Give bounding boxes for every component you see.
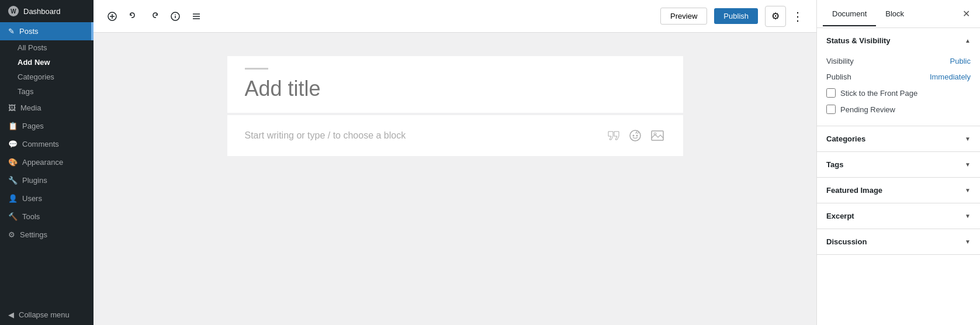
close-icon: ✕ (962, 8, 970, 19)
tab-document[interactable]: Document (823, 2, 876, 26)
svg-rect-14 (652, 131, 663, 140)
svg-point-10 (632, 135, 634, 137)
document-block-tabs: Document Block ✕ (817, 0, 980, 28)
pending-review-row: Pending Review (826, 101, 971, 117)
posts-icon: ✎ (8, 27, 15, 36)
reddit-icon (629, 129, 642, 142)
tags-section: Tags ▼ (817, 152, 980, 178)
collapse-icon: ◀ (8, 310, 14, 319)
excerpt-section: Excerpt ▼ (817, 203, 980, 229)
appearance-label: Appearance (22, 158, 63, 167)
chevron-down-icon-5: ▼ (965, 238, 971, 245)
publish-button[interactable]: Publish (714, 8, 758, 24)
sidebar-item-tools[interactable]: 🔨 Tools (0, 208, 94, 226)
sidebar-item-users[interactable]: 👤 Users (0, 189, 94, 208)
quote-icon-button[interactable] (605, 127, 621, 144)
comments-label: Comments (22, 140, 59, 148)
post-title-input[interactable] (245, 77, 666, 101)
users-label: Users (22, 194, 42, 203)
blocks-button[interactable] (187, 7, 206, 26)
sidebar: W Dashboard ✎ Posts All Posts Add New Ca… (0, 0, 94, 325)
media-label: Media (20, 103, 41, 112)
chevron-up-icon: ▲ (965, 37, 971, 44)
excerpt-header[interactable]: Excerpt ▼ (817, 203, 980, 229)
tools-icon: 🔨 (8, 212, 18, 221)
blocks-icon (192, 12, 201, 21)
sidebar-item-appearance[interactable]: 🎨 Appearance (0, 153, 94, 171)
sidebar-item-media[interactable]: 🖼 Media (0, 99, 94, 117)
appearance-icon: 🎨 (8, 158, 18, 167)
info-button[interactable] (166, 7, 185, 26)
sidebar-item-posts[interactable]: ✎ Posts (0, 22, 94, 40)
sidebar-sub-tags[interactable]: Tags (0, 84, 94, 99)
comments-icon: 💬 (8, 140, 18, 148)
tags-header[interactable]: Tags ▼ (817, 152, 980, 177)
sidebar-item-settings[interactable]: ⚙ Settings (0, 226, 94, 244)
reddit-icon-button[interactable] (627, 127, 643, 144)
publish-label: Publish (826, 72, 851, 81)
sidebar-sub-all-posts[interactable]: All Posts (0, 40, 94, 55)
quote-icon (607, 130, 619, 141)
pages-icon: 📋 (8, 122, 18, 130)
title-block (227, 56, 683, 113)
content-placeholder: Start writing or type / to choose a bloc… (245, 130, 406, 141)
status-visibility-section: Status & Visibility ▲ Visibility Public … (817, 28, 980, 126)
sidebar-item-pages[interactable]: 📋 Pages (0, 117, 94, 135)
close-panel-button[interactable]: ✕ (958, 6, 974, 22)
preview-button[interactable]: Preview (660, 8, 707, 25)
editor-area: Start writing or type / to choose a bloc… (94, 33, 816, 325)
undo-icon (129, 12, 138, 21)
redo-button[interactable] (145, 7, 164, 26)
more-options-button[interactable]: ⋮ (788, 7, 807, 26)
plugins-icon: 🔧 (8, 176, 18, 185)
main-area: Preview Publish ⚙ ⋮ Start writing or typ… (94, 0, 816, 325)
add-block-button[interactable] (103, 7, 122, 26)
preview-label: Preview (670, 12, 697, 20)
info-icon (171, 12, 180, 21)
tab-block[interactable]: Block (876, 2, 913, 26)
users-icon: 👤 (8, 194, 18, 203)
pending-review-checkbox[interactable] (826, 105, 836, 114)
chevron-down-icon-2: ▼ (965, 161, 971, 168)
publish-row: Publish Immediately (826, 69, 971, 85)
image-icon-button[interactable] (649, 127, 666, 144)
categories-header[interactable]: Categories ▼ (817, 126, 980, 151)
status-visibility-title: Status & Visibility (826, 36, 891, 45)
settings-button[interactable]: ⚙ (765, 6, 786, 27)
dashboard-item[interactable]: W Dashboard (0, 0, 94, 22)
undo-button[interactable] (124, 7, 143, 26)
sidebar-sub-categories[interactable]: Categories (0, 70, 94, 84)
redo-icon (150, 12, 159, 21)
sidebar-item-plugins[interactable]: 🔧 Plugins (0, 171, 94, 189)
dashboard-label: Dashboard (23, 7, 61, 16)
sidebar-sub-add-new[interactable]: Add New (0, 55, 94, 70)
gear-icon: ⚙ (771, 11, 780, 22)
status-visibility-header[interactable]: Status & Visibility ▲ (817, 28, 980, 53)
pages-label: Pages (22, 122, 44, 130)
featured-image-header[interactable]: Featured Image ▼ (817, 178, 980, 203)
sidebar-item-comments[interactable]: 💬 Comments (0, 135, 94, 153)
svg-point-5 (175, 14, 176, 15)
title-bar (245, 68, 268, 70)
dashboard-icon: W (8, 6, 19, 16)
chevron-down-icon-3: ▼ (965, 187, 971, 193)
chevron-down-icon-4: ▼ (965, 213, 971, 219)
discussion-header[interactable]: Discussion ▼ (817, 229, 980, 254)
excerpt-title: Excerpt (826, 212, 854, 220)
stick-front-page-checkbox[interactable] (826, 88, 836, 98)
publish-value[interactable]: Immediately (930, 72, 971, 81)
chevron-down-icon: ▼ (965, 136, 971, 142)
discussion-section: Discussion ▼ (817, 229, 980, 255)
plugins-label: Plugins (22, 176, 47, 185)
categories-section: Categories ▼ (817, 126, 980, 152)
content-icons (605, 127, 666, 144)
editor-toolbar: Preview Publish ⚙ ⋮ (94, 0, 816, 33)
visibility-value[interactable]: Public (950, 57, 971, 65)
right-sidebar: Document Block ✕ Status & Visibility ▲ V… (816, 0, 980, 325)
collapse-menu-button[interactable]: ◀ Collapse menu (0, 305, 94, 325)
more-icon: ⋮ (792, 9, 804, 23)
image-icon (651, 130, 664, 141)
featured-image-section: Featured Image ▼ (817, 178, 980, 203)
tools-label: Tools (22, 212, 40, 221)
content-block[interactable]: Start writing or type / to choose a bloc… (227, 115, 683, 156)
